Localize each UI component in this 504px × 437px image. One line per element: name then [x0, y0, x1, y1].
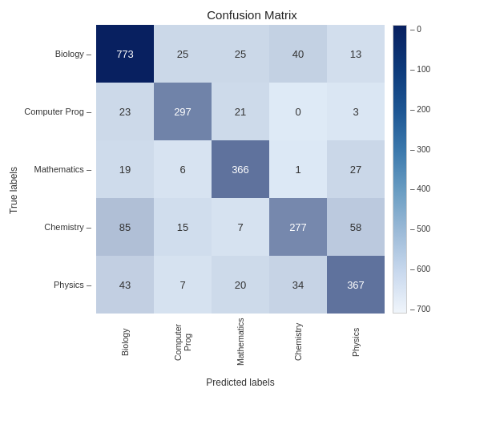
colorbar-ticks: – 700– 600– 500– 400– 300– 200– 100– 0 [410, 25, 430, 314]
colorbar-tick: – 400 [410, 184, 430, 193]
row-label: Chemistry – [24, 198, 91, 256]
matrix-cell: 13 [327, 25, 385, 83]
matrix-cell: 15 [154, 198, 212, 256]
matrix-cell: 20 [212, 256, 269, 314]
matrix-cell: 27 [327, 140, 385, 198]
matrix-cell: 85 [96, 198, 154, 256]
matrix-cell: 58 [327, 198, 385, 256]
chart-container: Confusion Matrix True labels Biology –Co… [0, 0, 504, 437]
matrix-cell: 6 [154, 140, 212, 198]
matrix-cell: 367 [327, 256, 385, 314]
row-label: Computer Prog – [24, 83, 91, 140]
matrix-cell: 19 [96, 140, 154, 198]
colorbar-tick: – 500 [410, 225, 430, 233]
col-labels: BiologyComputer ProgMathematicsChemistry… [96, 314, 385, 374]
matrix-cell: 7 [212, 198, 269, 256]
y-axis-label: True labels [8, 167, 19, 214]
colorbar-gradient [393, 25, 407, 314]
colorbar-tick: – 0 [410, 25, 430, 34]
matrix-cell: 1 [269, 140, 327, 198]
matrix-cell: 0 [269, 83, 327, 140]
col-label: Biology [96, 314, 154, 374]
x-axis-label: Predicted labels [96, 377, 385, 388]
col-label: Chemistry [269, 314, 327, 374]
row-label: Mathematics – [24, 140, 91, 198]
matrix-cell: 34 [269, 256, 327, 314]
colorbar: – 700– 600– 500– 400– 300– 200– 100– 0 [393, 25, 430, 314]
matrix-cell: 43 [96, 256, 154, 314]
col-label: Mathematics [212, 314, 269, 374]
matrix-cell: 3 [327, 83, 385, 140]
colorbar-tick: – 600 [410, 265, 430, 273]
chart-title: Confusion Matrix [0, 0, 504, 22]
matrix-cell: 40 [269, 25, 327, 83]
matrix-cell: 297 [154, 83, 212, 140]
colorbar-tick: – 700 [410, 305, 430, 314]
confusion-matrix: 7732525401323297210319636612785157277584… [96, 25, 385, 314]
row-label: Biology – [24, 25, 91, 83]
matrix-cell: 21 [212, 83, 269, 140]
row-labels: Biology –Computer Prog –Mathematics –Che… [24, 25, 96, 314]
matrix-cell: 366 [212, 140, 269, 198]
col-label: Computer Prog [154, 314, 212, 374]
col-label: Physics [327, 314, 385, 374]
matrix-cell: 23 [96, 83, 154, 140]
colorbar-tick: – 300 [410, 145, 430, 154]
matrix-cell: 773 [96, 25, 154, 83]
matrix-cell: 277 [269, 198, 327, 256]
matrix-cell: 7 [154, 256, 212, 314]
colorbar-tick: – 200 [410, 105, 430, 114]
row-label: Physics – [24, 256, 91, 314]
matrix-cell: 25 [154, 25, 212, 83]
colorbar-tick: – 100 [410, 65, 430, 74]
matrix-cell: 25 [212, 25, 269, 83]
